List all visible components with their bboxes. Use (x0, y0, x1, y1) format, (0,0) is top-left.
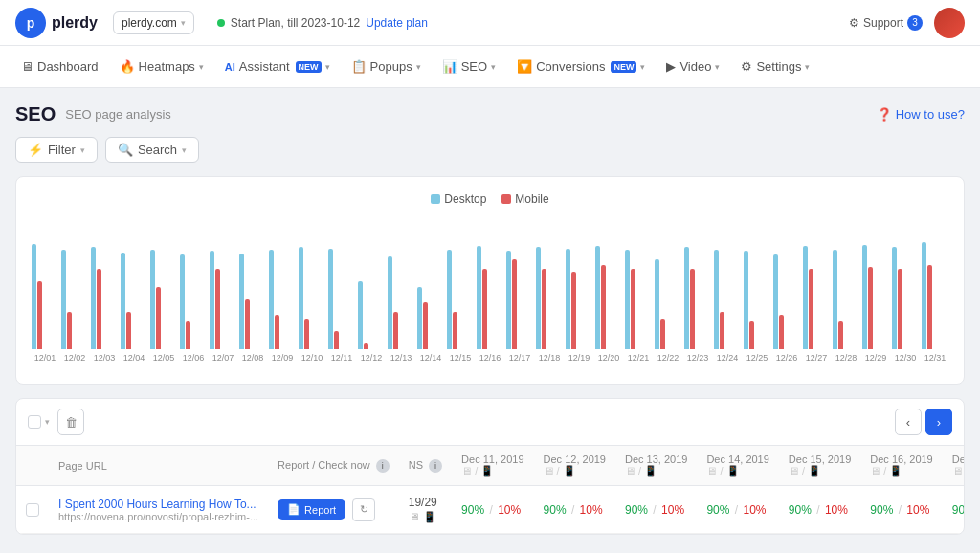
bar-group (625, 250, 652, 349)
chart-date-label: 12/29 (862, 353, 889, 363)
nav-item-heatmaps[interactable]: 🔥 Heatmaps ▾ (110, 54, 213, 79)
col-dec13: Dec 13, 2019 🖥 / 📱 (615, 446, 697, 486)
bar-group (922, 242, 948, 349)
plan-info: Start Plan, till 2023-10-12 Update plan (217, 16, 428, 30)
bar-group (447, 250, 474, 349)
mobile-bar (749, 321, 754, 349)
mobile-bar (215, 269, 220, 350)
question-icon: ❓ (877, 107, 892, 122)
col-dec15: Dec 15, 2019 🖥 / 📱 (779, 446, 860, 486)
mobile-bar (927, 265, 932, 349)
stat-separator: / (816, 503, 823, 517)
update-plan-link[interactable]: Update plan (366, 16, 428, 30)
nav-item-seo[interactable]: 📊 SEO ▾ (433, 54, 505, 79)
stat-cell-2: 90% / 10% (615, 486, 697, 534)
bar-group (150, 250, 177, 349)
chart-date-label: 12/08 (239, 353, 266, 363)
nav-label: Dashboard (37, 59, 99, 74)
mobile-bar (631, 269, 635, 350)
mobile-legend-dot (501, 194, 511, 204)
chart-date-label: 12/16 (477, 353, 503, 363)
search-button[interactable]: 🔍 Search ▾ (105, 137, 199, 163)
delete-button[interactable]: 🗑 (57, 409, 84, 435)
table-card: ▾ 🗑 ‹ › Page URL Report / Check now i (15, 398, 965, 535)
trash-icon: 🗑 (65, 415, 78, 430)
chart-date-label: 12/31 (922, 353, 948, 363)
bar-group (358, 281, 385, 350)
desktop-bar (447, 250, 452, 349)
chevron-down-icon: ▾ (416, 62, 421, 72)
chart-date-label: 12/17 (506, 353, 533, 363)
prev-page-button[interactable]: ‹ (895, 409, 922, 435)
mobile-bar (601, 265, 606, 349)
table-toolbar: ▾ 🗑 ‹ › (16, 399, 964, 446)
mobile-bar (304, 319, 309, 350)
new-badge: NEW (611, 61, 636, 73)
logo-text: plerdy (52, 14, 98, 32)
col-report: Report / Check now i (268, 446, 399, 486)
nav-item-popups[interactable]: 📋 Popups ▾ (342, 54, 431, 79)
ns-value: 19/29 (409, 496, 442, 509)
chevron-down-icon[interactable]: ▾ (45, 417, 50, 427)
nav-item-settings[interactable]: ⚙ Settings ▾ (731, 54, 819, 79)
chart-date-label: 12/14 (417, 353, 444, 363)
bar-group (566, 249, 592, 349)
desktop-label: Desktop (444, 192, 486, 206)
bar-group (91, 247, 118, 349)
col-dec11: Dec 11, 2019 🖥 / 📱 (452, 446, 533, 486)
desktop-bar (150, 250, 155, 349)
stat-mobile: 10% (498, 503, 521, 517)
table-navigation: ‹ › (895, 409, 952, 435)
how-to-use-link[interactable]: ❓ How to use? (877, 107, 965, 122)
page-url-link[interactable]: I Spent 2000 Hours Learning How To... (58, 498, 258, 511)
nav-item-video[interactable]: ▶ Video ▾ (657, 54, 729, 79)
next-page-button[interactable]: › (925, 409, 952, 435)
bar-group (32, 244, 58, 350)
domain-selector[interactable]: plerdy.com ▾ (113, 11, 194, 34)
nav-item-conversions[interactable]: 🔽 Conversions NEW ▾ (507, 54, 655, 79)
document-icon: 📄 (287, 503, 301, 516)
info-icon[interactable]: i (429, 459, 442, 473)
col-dec12: Dec 12, 2019 🖥 / 📱 (534, 446, 615, 486)
table-row: I Spent 2000 Hours Learning How To... ht… (16, 486, 964, 534)
nav-label: Conversions (536, 59, 605, 74)
stat-mobile: 10% (906, 503, 929, 517)
chart-date-label: 12/07 (210, 353, 236, 363)
col-ns: NS i (399, 446, 452, 486)
row-report-cell: 📄 Report ↻ (268, 486, 399, 534)
desktop-bar (566, 249, 570, 349)
dashboard-icon: 🖥 (21, 59, 33, 74)
support-label: Support (863, 16, 903, 30)
table-scroll[interactable]: Page URL Report / Check now i NS i Dec 1… (16, 446, 964, 534)
nav-item-assistant[interactable]: AI Assistant NEW ▾ (215, 54, 340, 79)
support-button[interactable]: ⚙ Support 3 (849, 15, 923, 31)
desktop-bar (121, 253, 125, 349)
select-all-checkbox[interactable] (28, 415, 41, 429)
bar-group (655, 259, 681, 349)
desktop-bar (506, 251, 511, 349)
mobile-bar (37, 281, 42, 350)
nav-item-dashboard[interactable]: 🖥 Dashboard (11, 54, 108, 79)
mobile-legend: Mobile (501, 192, 548, 206)
stat-cell-5: 90% / 10% (860, 486, 942, 534)
desktop-bar (892, 247, 897, 349)
bar-group (595, 246, 622, 349)
desktop-bar (655, 259, 659, 349)
chart-date-label: 12/30 (892, 353, 919, 363)
info-icon[interactable]: i (376, 459, 390, 473)
stat-cell-0: 90% / 10% (452, 486, 533, 534)
bar-group (536, 247, 563, 349)
refresh-button[interactable]: ↻ (352, 498, 375, 521)
chart-date-label: 12/09 (269, 353, 296, 363)
page-content: SEO SEO page analysis ❓ How to use? ⚡ Fi… (0, 88, 980, 550)
report-button[interactable]: 📄 Report (278, 499, 345, 520)
bar-group (210, 251, 236, 349)
chart-date-label: 12/02 (61, 353, 88, 363)
stat-desktop: 90% (706, 503, 729, 517)
desktop-bar (922, 242, 926, 349)
col-dec14: Dec 14, 2019 🖥 / 📱 (697, 446, 778, 486)
mobile-bar (809, 269, 813, 350)
row-checkbox[interactable] (26, 503, 39, 517)
user-avatar[interactable] (934, 8, 965, 38)
filter-button[interactable]: ⚡ Filter ▾ (15, 137, 98, 163)
